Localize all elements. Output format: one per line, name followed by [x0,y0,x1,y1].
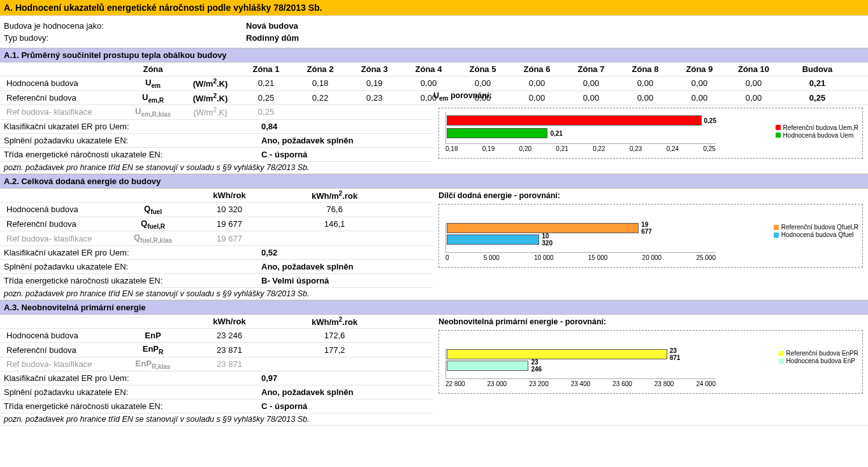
eval-value: Nová budova [246,21,298,31]
eval-label: Budova je hodnocena jako: [4,21,246,31]
section-a-header: A. Hodnocení ukazatelů energetické nároč… [0,0,868,16]
a3-splneni: Splnění požadavku ukazatele EN:Ano, poža… [0,385,433,399]
a2-header: A.2. Celková dodaná energie do budovy [0,174,868,189]
a1-row-hod: Hodnocená budova Uem (W/m2.K) 0,210,180,… [0,76,868,91]
a3-row-hod: Hodnocená budova EnP 23 246 172,6 [0,329,433,343]
type-label: Typ budovy: [4,33,246,43]
a2-chart: 19 677 10 320 05 00010 00015 00020 00025… [438,204,863,268]
a2-splneni: Splnění požadavku ukazatele EN:Ano, poža… [0,260,433,274]
a3-trida: Třída energetické náročnosti ukazatele E… [0,399,433,413]
a2-row-hod: Hodnocená budova Qfuel 10 320 76,6 [0,203,433,217]
a1-trida: Třída energetické náročnosti ukazatele E… [0,148,433,162]
a3-col-hdr: kWh/rok kWh/m2.rok [0,315,433,329]
a1-header: A.1. Průměrný součinitel prostupu tepla … [0,48,868,62]
a2-chart-title: Dílčí dodná energie - porovnání: [438,191,863,200]
a2-row-ref: Referenční budova Qfuel,R 19 677 146,1 [0,217,433,232]
a1-zone-header: Zóna Zóna 1Zóna 2Zóna 3Zóna 4Zóna 5Zóna … [0,62,868,76]
a3-chart-title: Neobnovitelná primární energie - porovná… [438,317,863,326]
a3-chart: 23 871 23 246 22 80023 00023 20023 40023… [438,330,863,394]
a2-row-klas: Ref budova- klasifikace Qfuel,R,klas 19 … [0,231,433,246]
a2-col-hdr: kWh/rok kWh/m2.rok [0,189,433,203]
a2-note: pozn. požadavek pro hranice tříd EN se s… [0,288,868,300]
a1-er: Klasifikační ukazatel ER pro Uem:0,84 [0,120,433,134]
a3-er: Klasifikační ukazatel ER pro Uem:0,97 [0,371,433,385]
a1-splneni: Splnění požadavku ukazatele EN:Ano, poža… [0,134,433,148]
a2-er: Klasifikační ukazatel ER pro Uem:0,52 [0,246,433,260]
a1-note: pozn. požadavek pro hranice tříd EN se s… [0,162,868,174]
a3-note: pozn. požadavek pro hranice tříd EN se s… [0,413,868,426]
a3-row-ref: Referenční budova EnPR 23 871 177,2 [0,343,433,357]
type-value: Rodinný dům [246,33,299,43]
a3-row-klas: Ref budova- klasifikace EnPR,klas 23 871 [0,357,433,372]
a2-trida: Třída energetické náročnosti ukazatele E… [0,274,433,288]
a1-row-klas: Ref budova- klasifikace Uem,R,klas (W/m2… [0,105,433,120]
a1-chart: 0,25 0,21 0,180,190,200,210,220,230,240,… [438,108,863,159]
a3-header: A.3. Neobnovitelná primární energie [0,300,868,315]
